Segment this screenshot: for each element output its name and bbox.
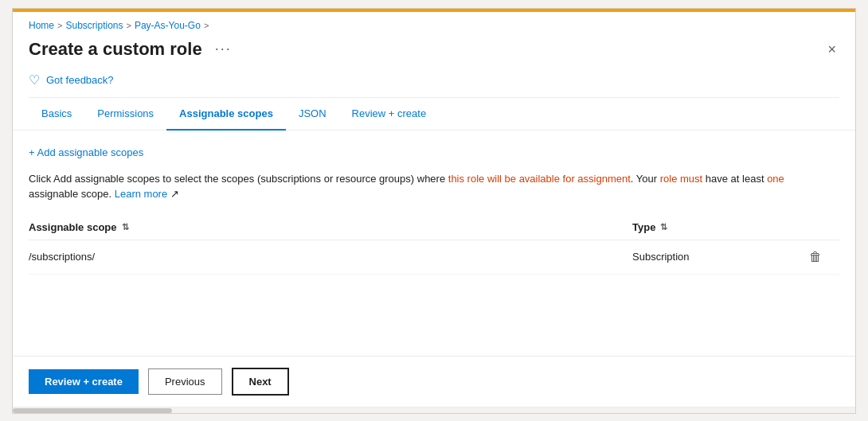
breadcrumb-home[interactable]: Home bbox=[29, 20, 54, 31]
tabs-container: Basics Permissions Assignable scopes JSO… bbox=[13, 98, 855, 131]
info-text-part4: assignable scope. bbox=[29, 188, 115, 200]
breadcrumb-payasyougo[interactable]: Pay-As-You-Go bbox=[135, 20, 201, 31]
tab-basics[interactable]: Basics bbox=[29, 98, 84, 131]
info-highlight-one: one bbox=[767, 173, 784, 185]
scrollbar-thumb[interactable] bbox=[13, 408, 172, 413]
feedback-row[interactable]: ♡ Got feedback? bbox=[13, 69, 855, 97]
learn-more-link[interactable]: Learn more bbox=[115, 188, 167, 200]
breadcrumb: Home > Subscriptions > Pay-As-You-Go > bbox=[13, 12, 855, 36]
close-button[interactable]: × bbox=[824, 39, 839, 60]
page-title: Create a custom role bbox=[29, 39, 202, 60]
breadcrumb-subscriptions[interactable]: Subscriptions bbox=[65, 20, 123, 31]
column-header-type: Type ⇅ bbox=[632, 221, 792, 233]
review-create-button[interactable]: Review + create bbox=[29, 369, 139, 394]
tab-permissions[interactable]: Permissions bbox=[84, 98, 166, 131]
breadcrumb-sep-2: > bbox=[127, 21, 131, 30]
next-button[interactable]: Next bbox=[232, 368, 289, 396]
horizontal-scrollbar[interactable] bbox=[13, 407, 855, 413]
info-text-part3: have at least bbox=[702, 173, 767, 185]
tab-review-create[interactable]: Review + create bbox=[339, 98, 440, 131]
main-content: + Add assignable scopes Click Add assign… bbox=[13, 131, 855, 356]
add-assignable-scopes-button[interactable]: + Add assignable scopes bbox=[29, 143, 143, 162]
footer: Review + create Previous Next bbox=[13, 356, 855, 407]
info-text: Click Add assignable scopes to select th… bbox=[29, 171, 785, 202]
breadcrumb-sep-3: > bbox=[204, 21, 209, 30]
heart-icon: ♡ bbox=[29, 72, 40, 88]
col-scope-label: Assignable scope bbox=[29, 221, 117, 233]
col-type-label: Type bbox=[632, 221, 655, 233]
header-left: Create a custom role ··· bbox=[29, 39, 237, 60]
previous-button[interactable]: Previous bbox=[148, 368, 222, 395]
table-header: Assignable scope ⇅ Type ⇅ bbox=[29, 215, 839, 240]
info-highlight-must: role must bbox=[660, 173, 702, 185]
feedback-label: Got feedback? bbox=[46, 74, 114, 86]
info-text-part2: . Your bbox=[631, 173, 660, 185]
column-header-action bbox=[792, 221, 839, 233]
col-type-sort-icon[interactable]: ⇅ bbox=[660, 222, 667, 232]
cell-action: 🗑 bbox=[792, 248, 839, 266]
col-scope-sort-icon[interactable]: ⇅ bbox=[122, 222, 129, 232]
header-row: Create a custom role ··· × bbox=[13, 36, 855, 69]
external-link-icon: ↗ bbox=[170, 188, 179, 200]
tab-json[interactable]: JSON bbox=[286, 98, 339, 131]
tab-assignable-scopes[interactable]: Assignable scopes bbox=[166, 98, 286, 131]
info-text-part1: Click Add assignable scopes to select th… bbox=[29, 173, 448, 185]
info-highlight-orange: this role will be available for assignme… bbox=[448, 173, 631, 185]
ellipsis-button[interactable]: ··· bbox=[210, 39, 237, 59]
table-row: /subscriptions/ Subscription 🗑 bbox=[29, 240, 839, 275]
breadcrumb-sep-1: > bbox=[57, 21, 62, 30]
create-custom-role-panel: Home > Subscriptions > Pay-As-You-Go > C… bbox=[12, 8, 856, 414]
delete-scope-button[interactable]: 🗑 bbox=[806, 248, 825, 266]
cell-type: Subscription bbox=[632, 251, 792, 263]
cell-scope: /subscriptions/ bbox=[29, 251, 632, 263]
column-header-scope: Assignable scope ⇅ bbox=[29, 221, 632, 233]
